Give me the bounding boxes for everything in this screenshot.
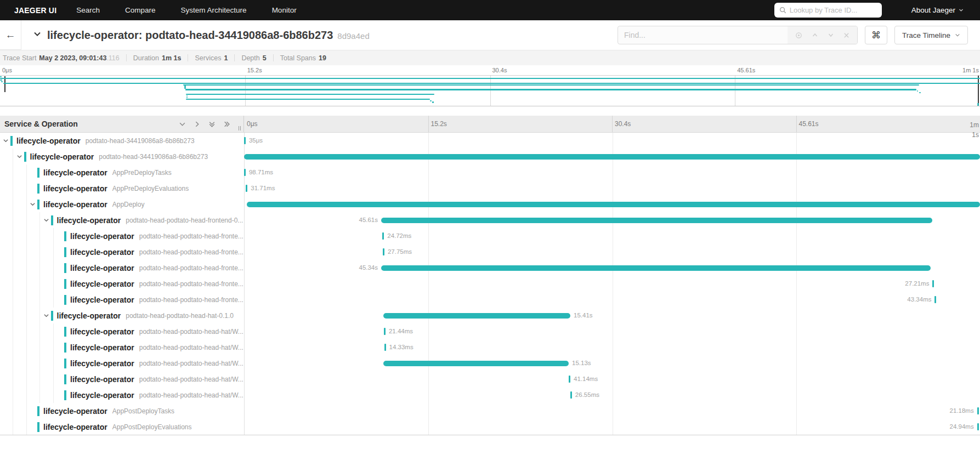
span-timeline-cell[interactable]: 21.18ms [244,403,980,419]
back-button[interactable]: ← [0,20,21,50]
span-row[interactable]: lifecycle-operatorpodtato-head-podtato-h… [0,355,980,371]
span-timeline-cell[interactable]: 21.44ms [244,323,980,339]
span-row[interactable]: lifecycle-operatorpodtato-head-34419086a… [0,149,980,164]
span-name-cell[interactable]: lifecycle-operatorpodtato-head-podtato-h… [0,323,244,339]
nav-item-monitor[interactable]: Monitor [272,6,297,14]
prev-match-icon[interactable] [812,32,818,38]
span-row[interactable]: lifecycle-operatorpodtato-head-podtato-h… [0,276,980,292]
span-name-cell[interactable]: lifecycle-operatorpodtato-head-podtato-h… [0,228,244,244]
span-timeline-cell[interactable]: 15.41s [244,308,980,323]
span-expander-icon[interactable] [43,217,49,223]
span-bar[interactable] [382,232,384,240]
span-name-cell[interactable]: lifecycle-operatorpodtato-head-podtato-h… [0,244,244,260]
span-row[interactable]: lifecycle-operatorAppPreDeployTasks98.71… [0,164,980,180]
span-bar[interactable] [381,218,932,223]
trace-id-lookup[interactable] [774,3,882,18]
span-timeline-cell[interactable]: 27.21ms [244,276,980,292]
span-row[interactable]: lifecycle-operatorpodtato-head-podtato-h… [0,244,980,260]
span-bar[interactable] [384,328,386,335]
span-name-cell[interactable]: lifecycle-operatorpodtato-head-podtato-h… [0,355,244,371]
span-timeline-cell[interactable]: 15.13s [244,355,980,371]
span-timeline-cell[interactable] [244,149,980,164]
span-expander-icon[interactable] [16,154,22,160]
span-bar[interactable] [244,169,246,176]
trace-id-lookup-input[interactable] [790,6,877,14]
span-row[interactable]: lifecycle-operatorpodtato-head-podtato-h… [0,260,980,276]
clear-find-icon[interactable] [843,32,849,38]
span-bar[interactable] [383,361,569,366]
span-name-cell[interactable]: lifecycle-operatorpodtato-head-podtato-h… [0,339,244,355]
span-row[interactable]: lifecycle-operatorAppPostDeployEvaluatio… [0,419,980,435]
minimap-range-handle-right[interactable] [978,76,979,106]
span-expander-icon[interactable] [43,312,49,319]
nav-item-system-architecture[interactable]: System Architecture [181,6,247,14]
span-bar[interactable] [381,265,931,271]
span-row[interactable]: lifecycle-operatorpodtato-head-podtato-h… [0,228,980,244]
trace-view-selector[interactable]: Trace Timeline [894,26,968,44]
app-logo[interactable]: JAEGER UI [14,6,56,15]
span-bar[interactable] [977,407,979,414]
span-row[interactable]: lifecycle-operatorAppPreDeployEvaluation… [0,180,980,196]
span-row[interactable]: lifecycle-operatorAppDeploy [0,196,980,212]
column-resizer-handle[interactable] [239,126,241,130]
span-bar[interactable] [932,280,934,287]
span-name-cell[interactable]: lifecycle-operatorAppPreDeployEvaluation… [0,180,244,196]
span-expander-icon[interactable] [3,138,9,144]
span-timeline-cell[interactable]: 31.71ms [244,180,980,196]
span-timeline-cell[interactable]: 43.34ms [244,292,980,308]
nav-item-compare[interactable]: Compare [125,6,156,14]
span-row[interactable]: lifecycle-operatorpodtato-head-podtato-h… [0,371,980,387]
span-bar[interactable] [384,344,386,351]
span-bar[interactable] [383,313,570,319]
span-timeline-cell[interactable]: 45.61s [244,212,980,228]
span-name-cell[interactable]: lifecycle-operatorpodtato-head-podtato-h… [0,292,244,308]
about-jaeger-menu[interactable]: About Jaeger [911,6,964,14]
span-timeline-cell[interactable]: 41.14ms [244,371,980,387]
span-name-cell[interactable]: lifecycle-operatorpodtato-head-podtato-h… [0,308,244,323]
span-timeline-cell[interactable]: 14.33ms [244,339,980,355]
span-name-cell[interactable]: lifecycle-operatorpodtato-head-podtato-h… [0,387,244,403]
span-bar[interactable] [244,137,246,144]
nav-item-search[interactable]: Search [76,6,100,14]
span-name-cell[interactable]: lifecycle-operatorpodtato-head-podtato-h… [0,260,244,276]
span-name-cell[interactable]: lifecycle-operatorpodtato-head-34419086a… [0,133,244,149]
expand-one-icon[interactable] [194,121,201,128]
minimap-graph[interactable] [0,75,980,106]
span-name-cell[interactable]: lifecycle-operatorpodtato-head-34419086a… [0,149,244,164]
next-match-icon[interactable] [828,32,834,38]
span-bar[interactable] [247,202,980,207]
span-timeline-cell[interactable]: 26.55ms [244,387,980,403]
span-row[interactable]: lifecycle-operatorpodtato-head-podtato-h… [0,323,980,339]
span-timeline-cell[interactable]: 24.72ms [244,228,980,244]
span-row[interactable]: lifecycle-operatorpodtato-head-podtato-h… [0,387,980,403]
span-name-cell[interactable]: lifecycle-operatorAppPostDeployEvaluatio… [0,419,244,435]
span-row[interactable]: lifecycle-operatorpodtato-head-podtato-h… [0,339,980,355]
span-timeline-cell[interactable]: 24.94ms [244,419,980,435]
span-bar[interactable] [934,296,936,303]
span-name-cell[interactable]: lifecycle-operatorAppDeploy [0,196,244,212]
expand-all-icon[interactable] [223,121,230,128]
span-timeline-cell[interactable] [244,196,980,212]
span-bar[interactable] [570,391,572,399]
keyboard-shortcuts-button[interactable]: ⌘ [865,26,887,44]
span-timeline-cell[interactable]: 98.71ms [244,164,980,180]
span-timeline-cell[interactable]: 35μs [244,133,980,149]
span-expander-icon[interactable] [30,201,36,207]
span-name-cell[interactable]: lifecycle-operatorpodtato-head-podtato-h… [0,371,244,387]
span-name-cell[interactable]: lifecycle-operatorAppPreDeployTasks [0,164,244,180]
span-row[interactable]: lifecycle-operatorAppPostDeployTasks21.1… [0,403,980,419]
collapse-one-icon[interactable] [179,121,186,128]
span-row[interactable]: lifecycle-operatorpodtato-head-podtato-h… [0,212,980,228]
span-row[interactable]: lifecycle-operatorpodtato-head-34419086a… [0,133,980,149]
collapse-all-icon[interactable] [208,121,216,128]
span-timeline-cell[interactable]: 45.34s [244,260,980,276]
span-bar[interactable] [246,185,247,192]
span-bar[interactable] [383,248,384,255]
span-row[interactable]: lifecycle-operatorpodtato-head-podtato-h… [0,308,980,323]
span-name-cell[interactable]: lifecycle-operatorpodtato-head-podtato-h… [0,276,244,292]
collapse-trace-detail-toggle[interactable] [33,30,42,41]
span-name-cell[interactable]: lifecycle-operatorpodtato-head-podtato-h… [0,212,244,228]
span-bar[interactable] [244,154,980,160]
span-name-cell[interactable]: lifecycle-operatorAppPostDeployTasks [0,403,244,419]
find-input[interactable] [618,31,788,39]
